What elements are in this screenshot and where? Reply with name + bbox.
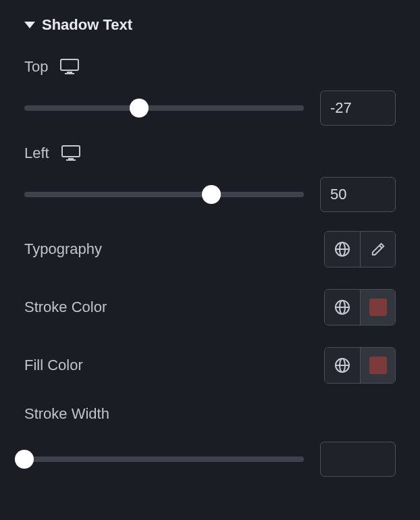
slider-stroke-width[interactable]: [24, 452, 304, 467]
globe-button[interactable]: [325, 348, 360, 383]
svg-rect-4: [62, 146, 80, 157]
color-swatch-button[interactable]: [360, 290, 395, 325]
typography-buttons: [324, 231, 396, 267]
svg-line-10: [379, 246, 382, 249]
svg-rect-6: [66, 159, 76, 161]
stroke-color-buttons: [324, 289, 396, 326]
label-stroke-width: Stroke Width: [24, 405, 109, 423]
slider-track: [24, 192, 304, 197]
caret-down-icon: [24, 20, 35, 30]
color-swatch: [369, 357, 387, 374]
label-typography: Typography: [24, 240, 102, 258]
color-swatch-button[interactable]: [360, 348, 395, 383]
value-left[interactable]: 50: [320, 177, 396, 212]
svg-rect-2: [67, 72, 72, 73]
value-top[interactable]: -27: [320, 90, 396, 126]
control-stroke-width: Stroke Width: [24, 405, 396, 477]
svg-marker-0: [24, 22, 35, 28]
desktop-icon[interactable]: [61, 145, 80, 161]
slider-thumb[interactable]: [202, 185, 221, 204]
label-stroke-color: Stroke Color: [24, 298, 107, 316]
slider-left[interactable]: [24, 187, 304, 202]
slider-top[interactable]: [24, 101, 304, 115]
slider-track: [24, 457, 304, 462]
svg-rect-5: [68, 158, 74, 159]
desktop-icon[interactable]: [60, 59, 79, 75]
row-typography: Typography: [24, 231, 396, 267]
section-header[interactable]: Shadow Text: [24, 16, 396, 34]
label-top: Top: [24, 58, 48, 76]
globe-button[interactable]: [325, 232, 360, 267]
label-left: Left: [24, 145, 49, 162]
label-fill-color: Fill Color: [24, 357, 83, 374]
fill-color-buttons: [324, 347, 396, 384]
svg-rect-1: [61, 59, 78, 70]
slider-track: [24, 105, 304, 111]
globe-button[interactable]: [325, 290, 360, 325]
slider-thumb[interactable]: [130, 99, 149, 118]
slider-thumb[interactable]: [15, 450, 34, 469]
edit-button[interactable]: [360, 232, 395, 267]
value-stroke-width[interactable]: [320, 442, 396, 477]
control-left: Left 50: [24, 145, 396, 212]
section-title: Shadow Text: [42, 16, 132, 34]
color-swatch: [369, 298, 387, 316]
control-top: Top -27: [24, 58, 396, 126]
svg-rect-3: [65, 73, 74, 74]
row-fill-color: Fill Color: [24, 347, 396, 384]
row-stroke-color: Stroke Color: [24, 289, 396, 326]
